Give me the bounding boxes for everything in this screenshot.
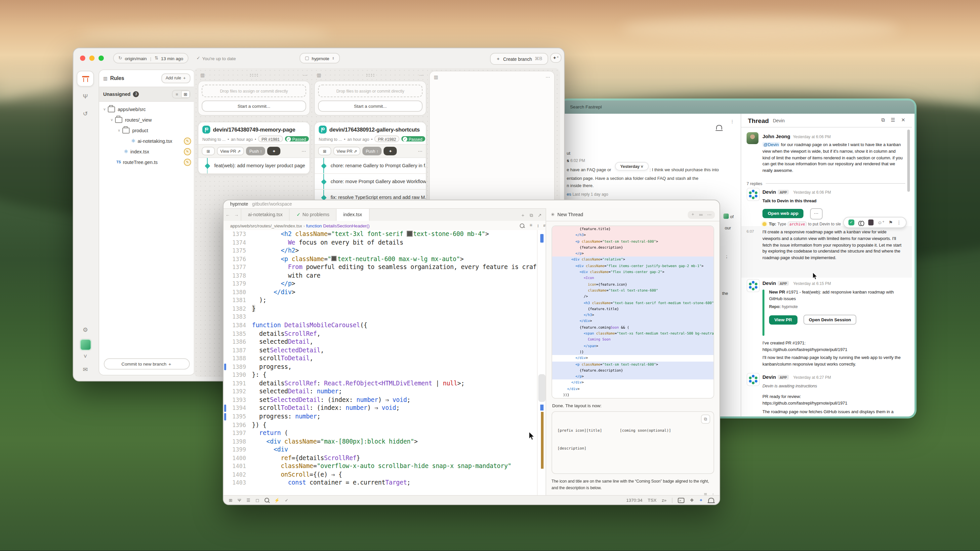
add-rule-button[interactable]: Add rule ＋ [162,73,191,83]
commit-row[interactable]: feat(web): add memory layer product page [198,158,309,174]
branch-name[interactable]: devin/1764380912-gallery-shortcuts [329,126,420,133]
ai-sparkle-button[interactable]: ✦ [267,147,281,156]
kebab-icon[interactable]: ⋮ [897,220,901,225]
open-devin-session-button[interactable]: Open Devin Session [803,315,856,325]
filter-icon[interactable]: ☰ [891,117,895,124]
editor-scrollbar[interactable] [537,230,546,496]
dropzone[interactable]: Drop files to assign or commit directly [202,85,306,97]
drag-handle-icon[interactable] [366,73,375,77]
search-icon[interactable] [264,498,269,502]
message-author[interactable]: John Jeong [762,133,790,140]
zoom-window-button[interactable] [99,56,104,61]
new-tab-icon[interactable]: ＋ [520,212,525,219]
new-thread-icon[interactable]: ＋ [691,211,695,218]
tab-ai-notetaking-tsx[interactable]: ai-notetaking.tsx [241,209,290,221]
assistant-sparkle-icon[interactable]: ✦ [699,497,703,503]
scrollbar[interactable] [907,130,910,192]
base-branch-pill[interactable]: ↻ origin/main| ⇅ 13 min ago [113,53,188,64]
message-author[interactable]: Devin [762,374,776,380]
more-actions-button[interactable]: ⋯ [810,208,822,219]
project-name[interactable]: hyprnote [230,202,248,208]
notification-bell-icon[interactable] [708,497,714,503]
terminal-icon[interactable]: >_ [678,497,685,503]
outline-panel-icon[interactable]: ☰ [246,497,250,503]
cursor-position[interactable]: 1370:34 [626,498,643,502]
history-rail-button[interactable]: ↺ [77,106,93,121]
check-reaction-icon[interactable]: ✓ [848,219,854,225]
unassigned-section-header[interactable]: Unassigned 3 ≡⊞ [99,87,194,102]
message-author[interactable]: Devin [762,189,776,195]
commit-to-new-branch-button[interactable]: Commit to new branch ＋ [104,358,190,370]
scroll-thumb[interactable] [538,374,546,402]
view-pr-button[interactable]: View PR ⇗ [217,147,244,156]
kebab-icon[interactable]: ⋯ [419,72,424,78]
ai-sparkle-button[interactable]: ✦⁺ [550,53,562,63]
settings-gear-icon[interactable]: ⚙ [77,322,93,337]
code-editor[interactable]: 1373 <h2 className="text-3xl font-serif … [224,230,546,496]
workspace-selector[interactable]: ▢ hyprnote ⇕ [299,53,340,64]
start-commit-button[interactable]: Start a commit... [202,100,306,112]
eyes-reaction-icon[interactable] [858,221,864,224]
pr-badge[interactable]: PR #1981 [258,135,283,142]
cursor-icon[interactable]: I [537,223,539,228]
feedback-mail-icon[interactable]: ✉ [77,362,93,377]
checks-passed-badge[interactable]: ✓Passed [401,136,425,141]
copy-icon[interactable]: ⧉ [701,415,710,424]
kebab-icon[interactable]: ⋮ [730,119,734,124]
pr-badge[interactable]: PR #1982 [375,135,399,142]
create-branch-button[interactable]: ＋Create branch ⌘B [490,53,548,65]
avatar-devin[interactable] [746,279,760,292]
tree-item[interactable]: ∨routes/_view [99,114,194,125]
commit-row[interactable]: chore: rename Gallery to Prompt Gallery … [315,158,426,174]
tree-item[interactable]: ∨apps/web/src [99,104,194,114]
view-pr-button[interactable]: View PR ⇗ [333,147,360,156]
pr-link[interactable]: https://github.com/fastrepl/hyprnote/pul… [762,346,903,353]
kebab-icon[interactable]: ⋯ [302,148,306,154]
bookmark-icon[interactable]: ⚑ [888,220,893,225]
pr-link[interactable]: https://github.com/fastrepl/hyprnote/pul… [762,400,903,407]
diagnostics-check-icon[interactable]: ✓ [285,497,289,503]
slack-search-input[interactable]: Search Fastrepl [570,105,602,109]
annotate-icon[interactable]: ⊞ [202,147,215,156]
drag-handle-icon[interactable] [249,73,259,77]
view-pr-button[interactable]: View PR [769,315,797,324]
date-divider-pill[interactable]: Yesterday ˅ [615,162,648,171]
push-button[interactable]: Push ↑ [246,147,266,156]
tree-item[interactable]: ⚛ai-notetaking.tsx✎ [99,135,194,146]
chevron-down-icon[interactable]: ˅ [77,353,93,360]
panel-icon[interactable]: ▥ [434,75,438,79]
actions-icon[interactable]: ⚡ [274,497,280,503]
copilot-icon[interactable]: z» [662,498,667,502]
tree-item[interactable]: TSrouteTree.gen.ts✎ [99,157,194,167]
message-author[interactable]: Devin [762,280,776,286]
breadcrumb[interactable]: apps/web/src/routes/_view/index.tsx › fu… [224,221,552,231]
branches-rail-button[interactable]: Ψ [77,89,93,104]
forward-icon[interactable]: → [232,209,241,221]
tree-item[interactable]: ⚛index.tsx✎ [99,146,194,157]
close-window-button[interactable] [80,56,85,61]
expand-icon[interactable]: ↗ [538,213,542,218]
symbols-icon[interactable]: ✳ [529,223,533,228]
minimize-window-button[interactable] [89,56,95,61]
thread-replies-link[interactable]: es [567,192,571,196]
tab-index-tsx[interactable]: index.tsx [337,209,369,221]
branch-name[interactable]: gitbutler/workspace [252,202,292,208]
checks-passed-badge[interactable]: ✓Passed [285,136,309,141]
branch-name[interactable]: devin/1764380749-memory-page [213,126,295,133]
avatar-devin[interactable] [746,373,760,386]
mention[interactable]: @Devin [762,142,780,147]
git-panel-icon[interactable]: Ψ [238,498,241,502]
language-mode[interactable]: TSX [648,498,656,502]
project-panel-icon[interactable]: ⊞ [229,497,232,503]
start-commit-button[interactable]: Start a commit... [318,100,423,112]
ai-sparkle-button[interactable]: ✦ [384,147,397,156]
user-avatar[interactable] [80,339,91,350]
bell-icon[interactable] [716,120,722,132]
kebab-icon[interactable]: ⋯ [546,75,550,79]
split-icon[interactable]: ⧉ [530,213,533,218]
debug-icon[interactable]: ❖ [690,497,694,503]
popout-icon[interactable]: ⧉ [881,117,885,124]
add-reaction-icon[interactable]: ☺⁺ [878,220,885,225]
workspace-rail-button[interactable] [77,71,94,87]
tree-item[interactable]: ∨product [99,125,194,135]
